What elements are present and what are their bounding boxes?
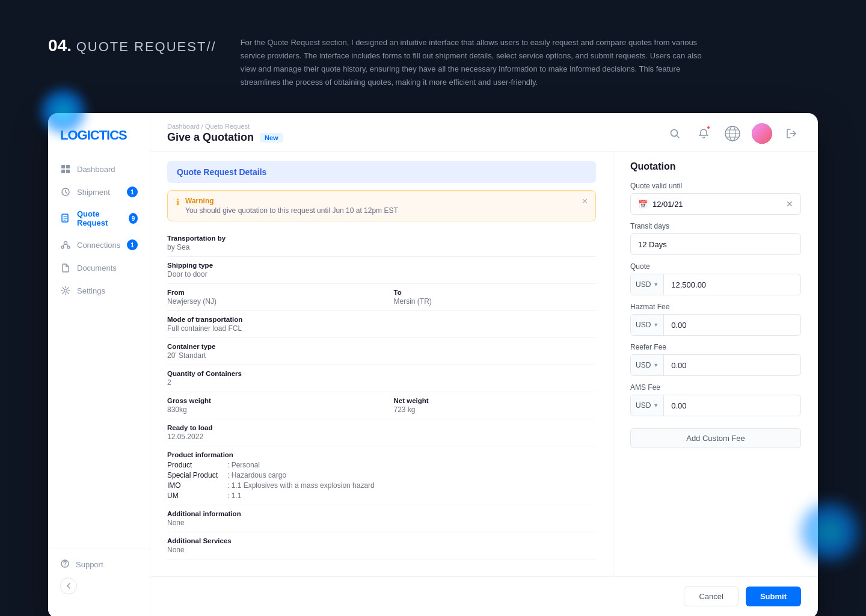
topbar-left: Dashboard / Queto Request Give a Quotati… [167, 123, 283, 144]
field-from-to: From Newjersey (NJ) To Mersin (TR) [167, 284, 596, 311]
form-area: Quote Request Details ℹ Warning You shou… [150, 152, 818, 576]
calendar-icon: 📅 [638, 200, 648, 209]
field-shipping-type: Shipping type Door to door [167, 257, 596, 284]
product-val-um: : 1.1 [227, 491, 596, 500]
user-avatar[interactable] [752, 123, 772, 144]
value-ready-to-load: 12.05.2022 [167, 433, 596, 441]
reefer-currency-input[interactable]: USD ▼ [630, 354, 801, 376]
label-from: From [167, 289, 370, 296]
field-to: To Mersin (TR) [394, 289, 597, 306]
sidebar-item-shipment[interactable]: Shipment 1 [48, 180, 150, 203]
reefer-amount-input[interactable] [664, 361, 800, 370]
svg-point-11 [67, 246, 70, 248]
product-val-special: : Hazardous cargo [227, 471, 596, 479]
label-transportation-by: Transportation by [167, 235, 596, 242]
ams-currency-input[interactable]: USD ▼ [630, 395, 801, 416]
quote-field-hazmat: Hazmat Fee USD ▼ [630, 303, 801, 336]
shipment-icon [60, 186, 71, 197]
product-val-product: : Personal [227, 461, 596, 469]
sidebar-support[interactable]: Support [60, 559, 138, 570]
field-additional-services: Additional Services None [167, 532, 596, 559]
sidebar-label-quote-request: Quote Request [77, 209, 123, 227]
label-additional-services: Additional Services [167, 537, 596, 544]
notifications-button[interactable] [694, 124, 713, 143]
settings-icon [60, 285, 71, 296]
date-input-text: 12/01/21 [653, 200, 781, 209]
product-grid: Product : Personal Special Product : Haz… [167, 461, 596, 500]
hazmat-currency-chevron: ▼ [653, 322, 659, 328]
sidebar-label-shipment: Shipment [77, 188, 110, 197]
quote-currency-input[interactable]: USD ▼ [630, 274, 801, 295]
field-container-type: Container type 20' Standart [167, 338, 596, 365]
warning-message: You should give quotation to this reques… [185, 206, 398, 215]
date-input-valid-until[interactable]: 📅 12/01/21 ✕ [630, 193, 801, 215]
label-net-weight: Net weight [394, 397, 597, 404]
quote-field-ams: AMS Fee USD ▼ [630, 383, 801, 416]
quote-field-valid-until: Quote valid until 📅 12/01/21 ✕ [630, 182, 801, 215]
sidebar-item-documents[interactable]: Documents [48, 256, 150, 279]
sidebar-item-settings[interactable]: Settings [48, 279, 150, 302]
sidebar: LOGICTICS Dashboard [48, 113, 150, 616]
reefer-currency-select[interactable]: USD ▼ [631, 355, 664, 375]
form-actions: Cancel Submit [150, 576, 818, 616]
date-clear-button[interactable]: ✕ [786, 199, 793, 209]
sidebar-label-documents: Documents [77, 263, 117, 273]
topbar-right [665, 123, 801, 144]
svg-rect-2 [61, 170, 65, 173]
documents-icon [60, 262, 71, 273]
globe-button[interactable] [723, 124, 742, 143]
svg-rect-1 [66, 165, 70, 168]
product-key-product: Product [167, 461, 227, 469]
warning-close-button[interactable]: ✕ [582, 197, 588, 206]
field-gross-weight: Gross weight 830kg [167, 397, 370, 414]
sidebar-item-quote-request[interactable]: Quote Request 9 [48, 203, 150, 233]
cancel-button[interactable]: Cancel [684, 587, 738, 606]
section-header-quote-details: Quote Request Details [167, 161, 596, 183]
label-additional-info: Additional information [167, 510, 596, 517]
label-hazmat-fee: Hazmat Fee [630, 303, 801, 311]
connections-icon [60, 239, 71, 250]
sidebar-item-connections[interactable]: Connections 1 [48, 233, 150, 256]
sidebar-item-dashboard[interactable]: Dashboard [48, 158, 150, 180]
field-transportation-by: Transportation by by Sea [167, 230, 596, 257]
label-valid-until: Quote valid until [630, 182, 801, 190]
value-quantity: 2 [167, 378, 596, 387]
quotation-title: Quotation [630, 161, 801, 172]
ams-currency-select[interactable]: USD ▼ [631, 395, 664, 416]
label-product-info: Product information [167, 451, 596, 458]
logout-button[interactable] [782, 124, 801, 143]
product-key-um: UM [167, 491, 227, 500]
product-val-imo: : 1.1 Explosives with a mass explosion h… [227, 481, 596, 490]
value-additional-info: None [167, 519, 596, 527]
quote-amount-input[interactable] [664, 280, 800, 289]
label-to: To [394, 289, 597, 296]
quote-currency-select[interactable]: USD ▼ [631, 274, 664, 295]
transit-days-input[interactable] [630, 233, 801, 255]
section-number: 04. [48, 36, 72, 55]
dashboard-icon [60, 164, 71, 174]
svg-point-14 [64, 566, 65, 567]
warning-icon: ℹ [176, 197, 179, 207]
search-button[interactable] [665, 124, 684, 143]
page-title-row: Give a Quotation New [167, 131, 283, 144]
support-label: Support [76, 560, 103, 569]
label-gross-weight: Gross weight [167, 397, 370, 404]
hazmat-amount-input[interactable] [664, 321, 800, 330]
quote-currency-chevron: ▼ [653, 282, 659, 288]
main-content: Dashboard / Queto Request Give a Quotati… [150, 113, 818, 616]
breadcrumb: Dashboard / Queto Request [167, 123, 283, 130]
avatar-image [752, 123, 772, 144]
label-transit-days: Transit days [630, 222, 801, 230]
sidebar-collapse-button[interactable] [60, 578, 77, 594]
value-gross-weight: 830kg [167, 405, 370, 414]
quote-request-badge: 9 [129, 213, 138, 224]
hazmat-currency-select[interactable]: USD ▼ [631, 315, 664, 335]
reefer-currency-code: USD [636, 361, 651, 369]
add-custom-fee-button[interactable]: Add Custom Fee [630, 428, 801, 448]
quote-field-transit-days: Transit days [630, 222, 801, 255]
hazmat-currency-input[interactable]: USD ▼ [630, 314, 801, 336]
logo-text2: TICS [99, 128, 127, 143]
submit-button[interactable]: Submit [746, 587, 801, 606]
ams-amount-input[interactable] [664, 401, 800, 410]
value-net-weight: 723 kg [394, 405, 597, 414]
